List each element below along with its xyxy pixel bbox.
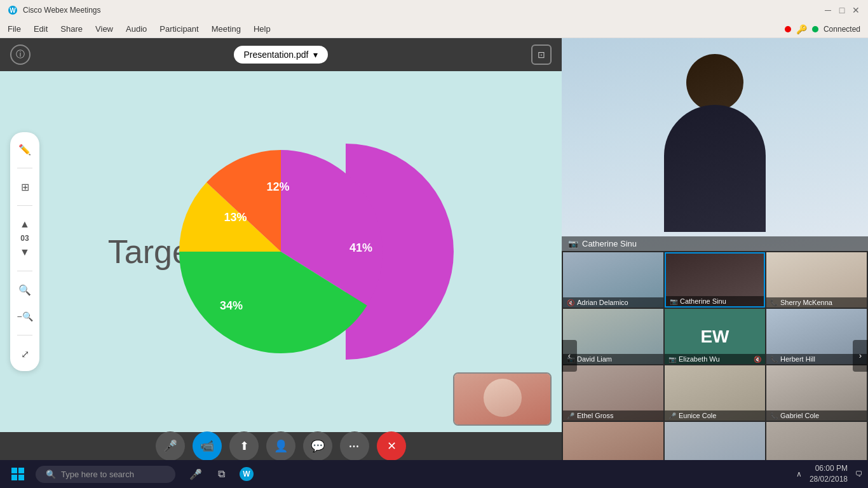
webex-taskbar-icon: W [239, 466, 254, 482]
participant-cell-herbert[interactable]: 📞 Herbert Hill [766, 309, 867, 364]
menu-meeting[interactable]: Meeting [212, 24, 241, 34]
end-icon: ✕ [387, 439, 397, 453]
start-button[interactable] [5, 461, 31, 487]
status-area: 🔑 Connected [785, 24, 860, 34]
video-button[interactable]: 📹 [193, 431, 222, 461]
bottom-toolbar: 🎤 📹 ⬆ 👤 💬 ••• ✕ [0, 432, 562, 460]
svg-rect-2 [11, 468, 17, 473]
self-video-feed [454, 374, 550, 424]
taskbar-app-icons: 🎤 ⧉ W [186, 464, 257, 484]
featured-name-bar: 📷 Catherine Sinu [562, 236, 868, 251]
person-icon: 👤 [274, 439, 288, 453]
page-nav: ▲ 03 ▼ [15, 215, 34, 262]
participant-cell-catherine[interactable]: 📷 Catherine Sinu [665, 252, 765, 308]
connected-indicator [812, 26, 818, 32]
participants-button[interactable]: 👤 [266, 431, 295, 461]
zoom-out-button[interactable]: −🔍 [15, 307, 34, 326]
divider-2 [17, 205, 32, 206]
participant-face-j [766, 422, 867, 460]
participant-name-david: 📷 David Liam [563, 354, 663, 364]
minimize-button[interactable]: ─ [824, 6, 832, 15]
page-number: 03 [20, 234, 29, 243]
self-avatar [484, 379, 522, 417]
participant-cell-amy[interactable]: 🎤 Amy Alvarado [563, 422, 663, 460]
svg-rect-4 [11, 475, 17, 480]
participant-cell-eunice[interactable]: 🎤 Eunice Cole [665, 365, 765, 421]
presentation-toolbar: ⓘ Presentation.pdf ▾ ⊡ [0, 38, 562, 71]
camera-icon-catherine: 📷 [670, 298, 677, 305]
grid-tool[interactable]: ⊞ [15, 177, 34, 196]
notification-icon: 🗨 [855, 470, 863, 478]
taskbar-webex-icon[interactable]: W [236, 464, 257, 484]
camera-icon: 📷 [568, 239, 578, 248]
taskbar-search-box[interactable]: 🔍 Type here to search [36, 466, 175, 483]
layout-button[interactable]: ⊡ [531, 44, 552, 65]
window-controls: ─ □ ✕ [824, 6, 860, 15]
prev-page-button[interactable]: ▲ [15, 215, 34, 234]
zoom-in-button[interactable]: 🔍 [15, 280, 34, 299]
featured-person [651, 54, 778, 232]
participant-cell-elizabeth[interactable]: EW 📷 Elizabeth Wu 🔇 [665, 309, 765, 364]
participant-name-ethel: 🎤 Ethel Gross [563, 410, 663, 421]
share-icon: ⬆ [240, 439, 249, 453]
grid-columns: 🔇 Adrian Delamico 📷 David Liam [562, 251, 868, 460]
end-call-button[interactable]: ✕ [377, 431, 406, 461]
svg-rect-5 [18, 475, 24, 480]
grid-col-3: 📞 Sherry McKenna 📞 Herbert Hill [766, 252, 867, 459]
phone-icon-gabriel: 📞 [770, 412, 778, 419]
participant-name-eunice: 🎤 Eunice Cole [665, 410, 765, 421]
info-button[interactable]: ⓘ [10, 44, 31, 65]
menu-file[interactable]: File [8, 24, 21, 34]
maximize-button[interactable]: □ [837, 6, 846, 15]
taskbar-mic-icon[interactable]: 🎤 [186, 464, 206, 484]
mic-off-icon-elizabeth: 🔇 [754, 356, 761, 363]
svg-text:W: W [10, 7, 16, 14]
time-display: 06:00 PM [810, 463, 848, 474]
menu-participant[interactable]: Participant [159, 24, 198, 34]
participant-cell-james[interactable]: 📞 James Weston [766, 422, 867, 460]
app-title: Cisco Webex Meetings [23, 6, 101, 15]
mic-off-icon: 🔇 [567, 299, 574, 306]
participant-cell-sherry[interactable]: 📞 Sherry McKenna [766, 252, 867, 308]
participant-name-gabriel: 📞 Gabriel Cole [766, 410, 867, 421]
menu-audio[interactable]: Audio [126, 24, 147, 34]
taskbar-window-icon[interactable]: ⧉ [211, 464, 231, 484]
share-button[interactable]: ⬆ [229, 431, 259, 461]
search-icon: 🔍 [46, 470, 56, 479]
close-button[interactable]: ✕ [851, 6, 860, 15]
pen-tool[interactable]: ✏️ [15, 140, 34, 159]
participant-name-sherry: 📞 Sherry McKenna [766, 297, 867, 308]
featured-head [686, 54, 743, 111]
pdf-name: Presentation.pdf [244, 50, 309, 60]
phone-icon-sherry: 📞 [770, 299, 778, 306]
taskbar-time: 06:00 PM 28/02/2018 [810, 463, 848, 485]
menu-share[interactable]: Share [60, 24, 83, 34]
pdf-selector[interactable]: Presentation.pdf ▾ [234, 46, 329, 64]
featured-body [664, 105, 766, 232]
participant-cell-david[interactable]: 📷 David Liam [563, 309, 663, 364]
taskbar-right: ∧ 06:00 PM 28/02/2018 🗨 [796, 463, 863, 485]
pie-chart-real [179, 150, 383, 353]
more-button[interactable]: ••• [340, 431, 369, 461]
phone-icon-herbert: 📞 [770, 356, 778, 363]
grid-prev-button[interactable]: ‹ [562, 340, 577, 372]
menu-help[interactable]: Help [254, 24, 271, 34]
participant-cell-gabriel[interactable]: 📞 Gabriel Cole [766, 365, 867, 421]
next-page-button[interactable]: ▼ [15, 243, 34, 262]
key-icon: 🔑 [796, 24, 807, 34]
menu-view[interactable]: View [95, 24, 113, 34]
mute-button[interactable]: 🎤 [156, 431, 185, 461]
chat-icon: 💬 [311, 439, 325, 453]
chat-button[interactable]: 💬 [303, 431, 332, 461]
menu-edit[interactable]: Edit [34, 24, 48, 34]
grid-col-1: 🔇 Adrian Delamico 📷 David Liam [563, 252, 663, 459]
grid-next-button[interactable]: › [853, 340, 868, 372]
participant-name-catherine: 📷 Catherine Sinu [666, 296, 764, 306]
date-display: 28/02/2018 [810, 474, 848, 485]
chevron-down-icon: ▾ [313, 50, 318, 60]
participant-cell-ethel[interactable]: 🎤 Ethel Gross [563, 365, 663, 421]
fullscreen-button[interactable]: ⤢ [15, 344, 34, 363]
participant-cell-adrian[interactable]: 🔇 Adrian Delamico [563, 252, 663, 308]
presentation-area: ⓘ Presentation.pdf ▾ ⊡ ✏️ ⊞ ▲ 0 [0, 38, 562, 460]
participant-cell-augusta[interactable]: 🎤 Augusta Park [665, 422, 765, 460]
